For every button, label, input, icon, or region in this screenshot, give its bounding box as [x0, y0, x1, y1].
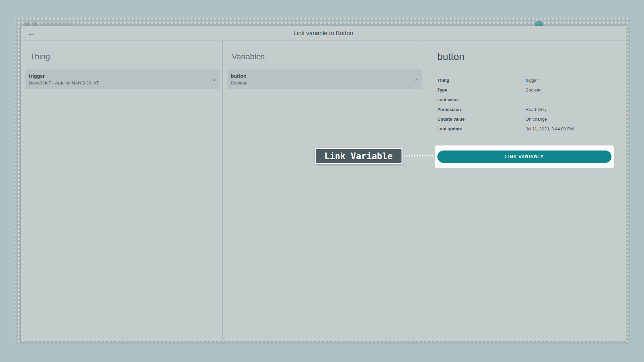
- field-label: Type: [437, 87, 526, 93]
- thing-column: Thing trigger Nano33IoT - Arduino NANO 3…: [21, 41, 223, 341]
- modal-columns: Thing trigger Nano33IoT - Arduino NANO 3…: [21, 41, 626, 341]
- background-app-icon: [33, 22, 37, 26]
- variables-column: Variables button Boolean ›: [223, 41, 424, 341]
- variables-column-heading: Variables: [232, 52, 424, 61]
- field-row-permission: Permission Read-Only: [437, 107, 614, 112]
- thing-list-item-trigger[interactable]: trigger Nano33IoT - Arduino NANO 33 IoT …: [25, 69, 220, 89]
- field-label: Thing: [437, 78, 526, 83]
- tutorial-callout-label: Link Variable: [324, 151, 393, 161]
- field-label: Permission: [437, 107, 526, 112]
- field-row-last-value: Last value: [437, 97, 614, 103]
- back-button[interactable]: ←: [25, 27, 38, 39]
- variable-detail-panel: button Thing trigger Type Boolean Last v…: [424, 41, 626, 341]
- background-app-icon: [25, 22, 30, 26]
- tutorial-spotlight: LINK VARIABLE: [435, 145, 614, 168]
- link-variable-button[interactable]: LINK VARIABLE: [437, 150, 611, 163]
- variable-detail-fields: Thing trigger Type Boolean Last value Pe…: [437, 78, 614, 132]
- thing-item-subtitle: Nano33IoT - Arduino NANO 33 IoT: [29, 80, 207, 85]
- field-label: Last update: [437, 126, 526, 132]
- link-variable-modal: ← Link variable to Button Thing trigger …: [21, 26, 626, 341]
- field-value: trigger: [526, 78, 538, 83]
- field-value: On change: [526, 117, 547, 122]
- field-value: Jul 11, 2023, 3:44:03 PM: [526, 126, 574, 132]
- variable-item-title: button: [231, 73, 408, 79]
- callout-connector-line: [401, 155, 436, 157]
- variable-item-subtitle: Boolean: [231, 80, 408, 85]
- field-row-update-value: Update value On change: [437, 117, 614, 122]
- chevron-right-icon: ›: [415, 76, 417, 83]
- field-value: Boolean: [526, 87, 542, 93]
- modal-title: Link variable to Button: [293, 30, 353, 37]
- field-row-last-update: Last update Jul 11, 2023, 3:44:03 PM: [437, 126, 614, 132]
- thing-column-heading: Thing: [30, 52, 222, 61]
- variable-detail-title: button: [437, 51, 614, 62]
- field-label: Last value: [437, 97, 526, 103]
- variable-list-item-button[interactable]: button Boolean ›: [227, 69, 422, 89]
- field-value: Read-Only: [526, 107, 546, 112]
- modal-header: ← Link variable to Button: [21, 26, 626, 41]
- chevron-right-icon: ›: [214, 76, 216, 83]
- field-row-thing: Thing trigger: [437, 78, 614, 83]
- thing-item-title: trigger: [29, 73, 207, 79]
- field-label: Update value: [437, 117, 526, 122]
- field-row-type: Type Boolean: [437, 87, 614, 93]
- tutorial-callout: Link Variable: [315, 148, 402, 164]
